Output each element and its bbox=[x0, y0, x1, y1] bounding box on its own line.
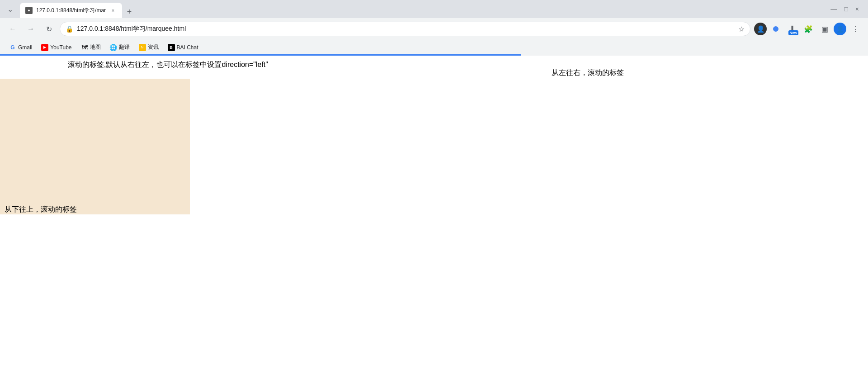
profile-letter: 👤 bbox=[836, 25, 844, 33]
tab-close-btn[interactable]: × bbox=[109, 7, 117, 14]
sync-icon[interactable] bbox=[769, 22, 783, 36]
right-marquee-text: 从左往右，滚动的标签 bbox=[552, 68, 624, 78]
bookmarks-bar: G Gmail ▶ YouTube 🗺 地图 🌐 翻译 N 资讯 B BAI C… bbox=[0, 40, 868, 54]
address-bar[interactable]: 🔒 127.0.0.1:8848/html学习/marquee.html ☆ bbox=[60, 22, 750, 36]
more-options-button[interactable]: ⋮ bbox=[848, 22, 863, 36]
forward-button[interactable]: → bbox=[24, 22, 38, 36]
window-controls: — □ × bbox=[825, 5, 864, 13]
refresh-button[interactable]: ↻ bbox=[42, 22, 56, 36]
page-content: 滚动的标签,默认从右往左，也可以在标签中设置direction="left" 从… bbox=[0, 56, 868, 370]
user-profile-button[interactable]: 👤 bbox=[834, 23, 846, 35]
right-marquee-container: 从左往右，滚动的标签 bbox=[552, 68, 868, 82]
tab-title: 127.0.0.1:8848/html学习/mar bbox=[36, 7, 106, 14]
title-bar: ⌄ ● 127.0.0.1:8848/html学习/mar × + — □ × bbox=[0, 0, 868, 18]
scroll-boxes-container: 从下往上，滚动的标签 从上往下，滚动的标签 bbox=[0, 79, 868, 214]
baichat-label: BAI Chat bbox=[177, 44, 198, 51]
bookmark-star-icon[interactable]: ☆ bbox=[738, 25, 745, 33]
news-favicon: N bbox=[139, 44, 146, 51]
new-tab-button[interactable]: + bbox=[123, 5, 136, 18]
bookmark-translate[interactable]: 🌐 翻译 bbox=[106, 42, 133, 53]
marquee-desc-text: 滚动的标签,默认从右往左，也可以在标签中设置direction="left" bbox=[68, 61, 268, 68]
close-button[interactable]: × bbox=[855, 5, 859, 13]
translate-label: 翻译 bbox=[119, 43, 130, 51]
minimize-button[interactable]: — bbox=[830, 5, 837, 13]
bookmark-gmail[interactable]: G Gmail bbox=[5, 42, 36, 53]
news-label: 资讯 bbox=[148, 43, 159, 51]
translate-favicon: 🌐 bbox=[110, 44, 117, 51]
bookmark-news[interactable]: N 资讯 bbox=[135, 42, 162, 53]
profile-picture-icon[interactable]: 👤 bbox=[754, 23, 767, 35]
browser-window: ⌄ ● 127.0.0.1:8848/html学习/mar × + — □ × … bbox=[0, 0, 868, 370]
lock-icon: 🔒 bbox=[66, 25, 73, 33]
maximize-button[interactable]: □ bbox=[844, 5, 848, 13]
extensions-icon[interactable]: 🧩 bbox=[801, 22, 816, 36]
bookmark-youtube[interactable]: ▶ YouTube bbox=[38, 42, 75, 53]
maps-label: 地图 bbox=[90, 43, 101, 51]
back-button[interactable]: ← bbox=[5, 22, 20, 36]
right-marquee-content: 从左往右，滚动的标签 bbox=[552, 69, 624, 76]
sidebar-icon[interactable]: ▣ bbox=[817, 22, 832, 36]
toolbar-actions: 👤 ⬇ New 🧩 ▣ 👤 bbox=[754, 22, 863, 36]
tab-overflow-btn[interactable]: ⌄ bbox=[4, 3, 16, 15]
youtube-favicon: ▶ bbox=[41, 44, 48, 51]
baichat-favicon: B bbox=[168, 44, 175, 51]
new-feature-icon[interactable]: ⬇ New bbox=[785, 22, 799, 36]
profile-icon-letter: 👤 bbox=[757, 25, 764, 33]
bookmark-maps[interactable]: 🗺 地图 bbox=[77, 42, 104, 53]
toolbar: ← → ↻ 🔒 127.0.0.1:8848/html学习/marquee.ht… bbox=[0, 18, 868, 40]
active-tab[interactable]: ● 127.0.0.1:8848/html学习/mar × bbox=[20, 3, 122, 18]
gmail-label: Gmail bbox=[18, 44, 32, 51]
scroll-box-up: 从下往上，滚动的标签 bbox=[0, 79, 95, 214]
url-text: 127.0.0.1:8848/html学习/marquee.html bbox=[77, 25, 735, 33]
box1-text-content: 从下往上，滚动的标签 bbox=[5, 205, 77, 214]
tab-bar: ● 127.0.0.1:8848/html学习/mar × + bbox=[20, 0, 821, 18]
new-badge: New bbox=[788, 30, 798, 35]
maps-favicon: 🗺 bbox=[81, 44, 88, 51]
gmail-favicon: G bbox=[9, 44, 16, 51]
blue-dot bbox=[773, 26, 778, 32]
bookmark-baichat[interactable]: B BAI Chat bbox=[164, 42, 202, 53]
youtube-label: YouTube bbox=[50, 44, 71, 51]
tab-favicon: ● bbox=[25, 7, 33, 14]
scroll-box-down: 从上往下，滚动的标签 bbox=[95, 79, 190, 214]
scroll-up-text: 从下往上，滚动的标签 bbox=[0, 205, 77, 214]
